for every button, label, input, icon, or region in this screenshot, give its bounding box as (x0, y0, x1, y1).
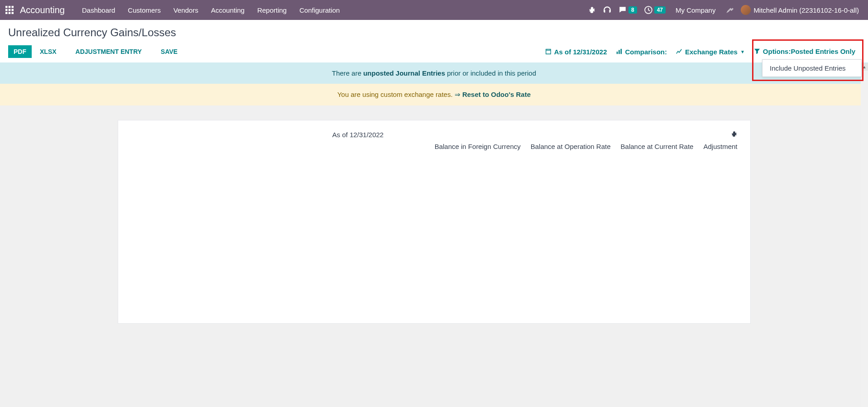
debug-icon[interactable] (584, 6, 599, 14)
content: As of 12/31/2022 Balance in Foreign Curr… (0, 105, 868, 338)
col-foreign: Balance in Foreign Currency (435, 143, 521, 150)
svg-rect-3 (5, 9, 8, 11)
nav-dashboard[interactable]: Dashboard (76, 6, 121, 14)
options-filter[interactable]: Options:Posted Entries Only (749, 48, 860, 55)
user-name: Mitchell Admin (22316102-16-0-all) (753, 6, 859, 14)
avatar (741, 5, 751, 15)
page-header: Unrealized Currency Gains/Losses PDF XLS… (0, 20, 868, 62)
scrollbar[interactable]: ▲ (861, 63, 868, 338)
unposted-entries-link[interactable]: unposted Journal Entries (363, 69, 445, 77)
nav-reporting[interactable]: Reporting (251, 6, 293, 14)
report-columns: Balance in Foreign Currency Balance at O… (131, 143, 738, 150)
report-panel: As of 12/31/2022 Balance in Foreign Curr… (118, 120, 751, 324)
custom-rates-alert: You are using custom exchange rates. ⇒ R… (0, 84, 868, 105)
messages-badge: 8 (628, 6, 637, 14)
line-chart-icon (676, 48, 682, 55)
svg-rect-0 (5, 6, 8, 8)
activities-icon[interactable]: 47 (641, 6, 669, 14)
options-dropdown: Include Unposted Entries (762, 59, 862, 77)
date-filter[interactable]: As of 12/31/2022 (541, 48, 612, 56)
svg-rect-12 (621, 49, 622, 54)
svg-rect-4 (9, 9, 11, 11)
comparison-filter[interactable]: Comparison: (611, 48, 671, 56)
user-menu[interactable]: Mitchell Admin (22316102-16-0-all) (737, 5, 863, 15)
support-icon[interactable] (599, 6, 615, 14)
include-unposted-option[interactable]: Include Unposted Entries (762, 60, 861, 77)
svg-rect-5 (12, 9, 14, 11)
save-button[interactable]: SAVE (155, 45, 183, 58)
nav-vendors[interactable]: Vendors (167, 6, 205, 14)
bar-chart-icon (616, 48, 622, 55)
adjustment-entry-button[interactable]: ADJUSTMENT ENTRY (70, 45, 148, 58)
svg-rect-1 (9, 6, 11, 8)
col-operation: Balance at Operation Rate (531, 143, 611, 150)
apps-icon[interactable] (5, 6, 14, 14)
xlsx-button[interactable]: XLSX (34, 45, 62, 58)
col-adjustment: Adjustment (703, 143, 737, 150)
reset-rate-link[interactable]: Reset to Odoo's Rate (462, 91, 531, 98)
messages-icon[interactable]: 8 (615, 6, 641, 14)
col-current: Balance at Current Rate (621, 143, 694, 150)
app-name[interactable]: Accounting (20, 5, 65, 15)
nav-configuration[interactable]: Configuration (293, 6, 346, 14)
svg-rect-8 (12, 12, 14, 14)
calendar-icon (545, 48, 551, 55)
svg-rect-2 (12, 6, 14, 8)
svg-rect-7 (9, 12, 11, 14)
svg-rect-10 (617, 52, 618, 54)
pdf-button[interactable]: PDF (8, 45, 32, 58)
page-title: Unrealized Currency Gains/Losses (8, 26, 860, 39)
exchange-rates-filter[interactable]: Exchange Rates ▼ (671, 48, 749, 56)
toolbar: PDF XLSX ADJUSTMENT ENTRY SAVE As of 12/… (8, 45, 860, 62)
unposted-alert: There are unposted Journal Entries prior… (0, 62, 868, 84)
scroll-up-icon[interactable]: ▲ (861, 63, 868, 71)
navbar: Accounting Dashboard Customers Vendors A… (0, 0, 868, 20)
caret-down-icon: ▼ (740, 49, 745, 54)
filter-icon (754, 48, 760, 54)
report-asof: As of 12/31/2022 (332, 131, 384, 139)
activities-badge: 47 (654, 6, 666, 14)
report-debug-icon[interactable] (730, 130, 738, 139)
svg-rect-6 (5, 12, 8, 14)
nav-accounting[interactable]: Accounting (205, 6, 251, 14)
svg-rect-11 (619, 50, 620, 54)
nav-customers[interactable]: Customers (121, 6, 167, 14)
company-switcher[interactable]: My Company (669, 6, 722, 14)
tools-icon[interactable] (722, 6, 737, 14)
